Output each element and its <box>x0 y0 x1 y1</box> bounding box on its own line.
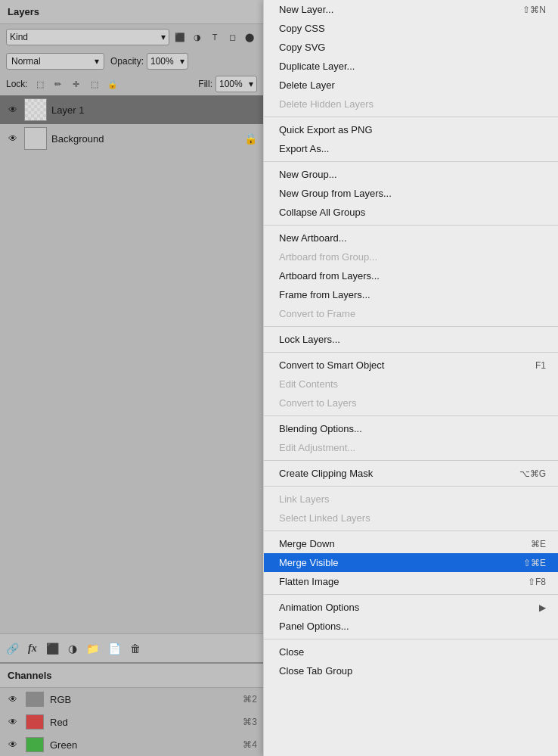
menu-separator-after-panel-options <box>264 639 558 639</box>
adjustment-filter-icon[interactable]: ◑ <box>190 30 205 45</box>
menu-item-close[interactable]: Close <box>264 642 558 661</box>
layer-visibility-toggle-1[interactable]: 👁 <box>6 132 20 145</box>
kind-dropdown[interactable]: Kind ▾ <box>6 29 169 45</box>
filter-icons: ⬛ ◑ T ◻ ⬤ <box>172 30 257 45</box>
layer-visibility-toggle-0[interactable]: 👁 <box>6 103 20 117</box>
lock-move-icon[interactable]: ✛ <box>69 76 84 92</box>
channels-panel-title: Channels <box>0 664 263 688</box>
channel-vis-green[interactable]: 👁 <box>6 738 20 751</box>
menu-shortcut-create-clipping-mask: ⌥⌘G <box>519 468 546 479</box>
menu-item-convert-to-smart-object[interactable]: Convert to Smart ObjectF1 <box>264 356 558 375</box>
channels-panel: Channels 👁 RGB ⌘2 👁 Red ⌘3 👁 Green ⌘4 <box>0 662 263 756</box>
menu-item-copy-svg[interactable]: Copy SVG <box>264 38 558 57</box>
menu-label-panel-options: Panel Options... <box>279 621 349 632</box>
opacity-group: Opacity: 100% ▾ <box>110 53 188 70</box>
menu-item-convert-to-layers: Convert to Layers <box>264 394 558 412</box>
menu-item-flatten-image[interactable]: Flatten Image⇧F8 <box>264 572 558 591</box>
menu-item-delete-layer[interactable]: Delete Layer <box>264 76 558 95</box>
lock-all-icon[interactable]: 🔒 <box>105 76 120 92</box>
fx-icon[interactable]: fx <box>28 642 37 655</box>
channel-item-red[interactable]: 👁 Red ⌘3 <box>0 711 263 733</box>
menu-label-export-as: Export As... <box>279 143 329 154</box>
layer-name-0: Layer 1 <box>51 104 257 116</box>
fill-input[interactable]: 100% ▾ <box>215 76 257 92</box>
menu-item-link-layers: Link Layers <box>264 490 558 509</box>
menu-label-flatten-image: Flatten Image <box>279 576 339 587</box>
channel-vis-red[interactable]: 👁 <box>6 715 20 729</box>
layers-title-label: Layers <box>8 6 39 17</box>
menu-label-convert-to-frame: Convert to Frame <box>279 308 355 319</box>
menu-item-convert-to-frame: Convert to Frame <box>264 304 558 323</box>
menu-item-new-layer[interactable]: New Layer...⇧⌘N <box>264 0 558 19</box>
blend-mode-dropdown[interactable]: Normal ▾ <box>6 53 104 70</box>
channel-item-green[interactable]: 👁 Green ⌘4 <box>0 733 263 756</box>
menu-label-frame-from-layers: Frame from Layers... <box>279 289 370 300</box>
menu-label-close-tab-group: Close Tab Group <box>279 665 352 677</box>
layers-panel-title: Layers <box>0 0 263 24</box>
opacity-chevron: ▾ <box>180 56 184 67</box>
menu-separator-after-flatten-image <box>264 594 558 595</box>
channel-eye-rgb: 👁 <box>8 694 17 705</box>
menu-item-copy-css[interactable]: Copy CSS <box>264 19 558 38</box>
opacity-value: 100% <box>150 56 174 67</box>
menu-label-merge-visible: Merge Visible <box>279 557 339 568</box>
kind-filter-row: Kind ▾ ⬛ ◑ T ◻ ⬤ <box>0 24 263 50</box>
menu-item-new-group[interactable]: New Group... <box>264 165 558 184</box>
menu-label-create-clipping-mask: Create Clipping Mask <box>279 468 373 479</box>
menu-item-blending-options[interactable]: Blending Options... <box>264 419 558 438</box>
menu-item-animation-options[interactable]: Animation Options▶ <box>264 598 558 617</box>
menu-item-panel-options[interactable]: Panel Options... <box>264 617 558 636</box>
channel-eye-red: 👁 <box>8 717 17 727</box>
menu-separator-after-select-linked-layers <box>264 530 558 531</box>
menu-shortcut-flatten-image: ⇧F8 <box>528 577 546 587</box>
menu-item-new-group-from-layers[interactable]: New Group from Layers... <box>264 184 558 203</box>
menu-item-quick-export-png[interactable]: Quick Export as PNG <box>264 120 558 139</box>
opacity-input[interactable]: 100% ▾ <box>147 53 188 70</box>
menu-label-convert-to-smart-object: Convert to Smart Object <box>279 359 384 371</box>
menu-label-delete-layer: Delete Layer <box>279 79 335 91</box>
menu-label-link-layers: Link Layers <box>279 493 329 505</box>
context-menu: New Layer...⇧⌘NCopy CSSCopy SVGDuplicate… <box>263 0 558 756</box>
menu-label-delete-hidden-layers: Delete Hidden Layers <box>279 98 374 110</box>
menu-label-edit-contents: Edit Contents <box>279 378 338 390</box>
pixel-filter-icon[interactable]: ⬛ <box>172 30 188 45</box>
layer-item-0[interactable]: 👁 Layer 1 <box>0 95 263 124</box>
type-filter-icon[interactable]: T <box>207 30 222 45</box>
new-layer-icon[interactable]: 📄 <box>108 642 121 655</box>
menu-separator-after-create-clipping-mask <box>264 486 558 487</box>
menu-item-new-artboard[interactable]: New Artboard... <box>264 229 558 247</box>
delete-layer-icon[interactable]: 🗑 <box>130 642 141 655</box>
menu-item-close-tab-group[interactable]: Close Tab Group <box>264 661 558 680</box>
lock-pixels-icon[interactable]: ⬚ <box>33 76 48 92</box>
menu-item-merge-down[interactable]: Merge Down⌘E <box>264 534 558 553</box>
fill-value: 100% <box>219 79 243 89</box>
eye-icon-0: 👁 <box>8 104 17 115</box>
menu-item-export-as[interactable]: Export As... <box>264 139 558 158</box>
kind-chevron: ▾ <box>161 32 166 42</box>
menu-item-create-clipping-mask[interactable]: Create Clipping Mask⌥⌘G <box>264 464 558 483</box>
channel-shortcut-green: ⌘4 <box>243 739 257 750</box>
add-mask-icon[interactable]: ⬛ <box>46 642 59 655</box>
lock-artboards-icon[interactable]: ⬚ <box>87 76 102 92</box>
blend-mode-row: Normal ▾ Opacity: 100% ▾ <box>0 50 263 73</box>
channel-thumb-red <box>26 714 44 730</box>
menu-item-lock-layers[interactable]: Lock Layers... <box>264 330 558 349</box>
layer-lock-icon-1: 🔒 <box>244 132 257 145</box>
link-layers-icon[interactable]: 🔗 <box>6 642 19 655</box>
menu-label-new-layer: New Layer... <box>279 4 333 15</box>
layer-item-1[interactable]: 👁 Background 🔒 <box>0 124 263 153</box>
menu-label-copy-css: Copy CSS <box>279 23 325 34</box>
channel-item-rgb[interactable]: 👁 RGB ⌘2 <box>0 688 263 711</box>
menu-item-collapse-all-groups[interactable]: Collapse All Groups <box>264 203 558 222</box>
lock-paint-icon[interactable]: ✏ <box>51 76 66 92</box>
menu-item-duplicate-layer[interactable]: Duplicate Layer... <box>264 57 558 76</box>
smart-filter-icon[interactable]: ⬤ <box>242 30 257 45</box>
menu-item-merge-visible[interactable]: Merge Visible⇧⌘E <box>264 553 558 572</box>
new-group-icon[interactable]: 📁 <box>86 642 99 655</box>
channel-vis-rgb[interactable]: 👁 <box>6 692 20 706</box>
menu-item-frame-from-layers[interactable]: Frame from Layers... <box>264 285 558 304</box>
shape-filter-icon[interactable]: ◻ <box>225 30 240 45</box>
adjustment-layer-icon[interactable]: ◑ <box>68 642 77 655</box>
menu-item-artboard-from-layers[interactable]: Artboard from Layers... <box>264 266 558 285</box>
menu-item-edit-adjustment: Edit Adjustment... <box>264 438 558 457</box>
